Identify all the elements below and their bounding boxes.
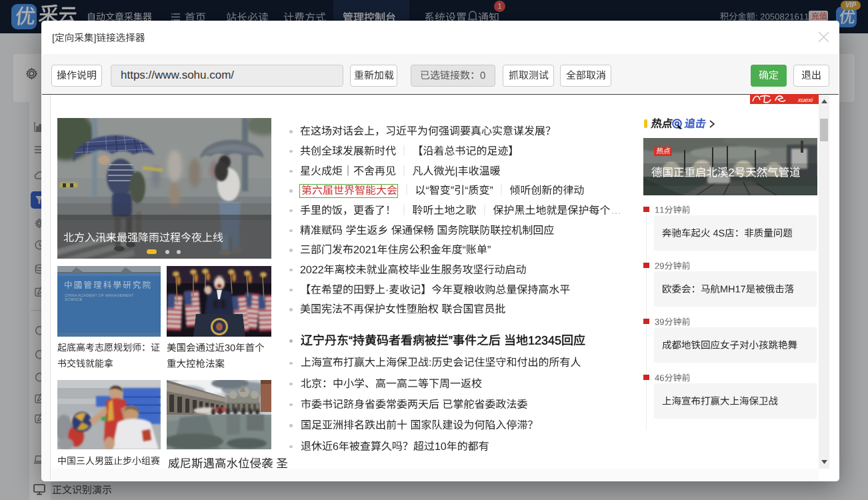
svg-text:xuexi: xuexi [797,96,813,103]
